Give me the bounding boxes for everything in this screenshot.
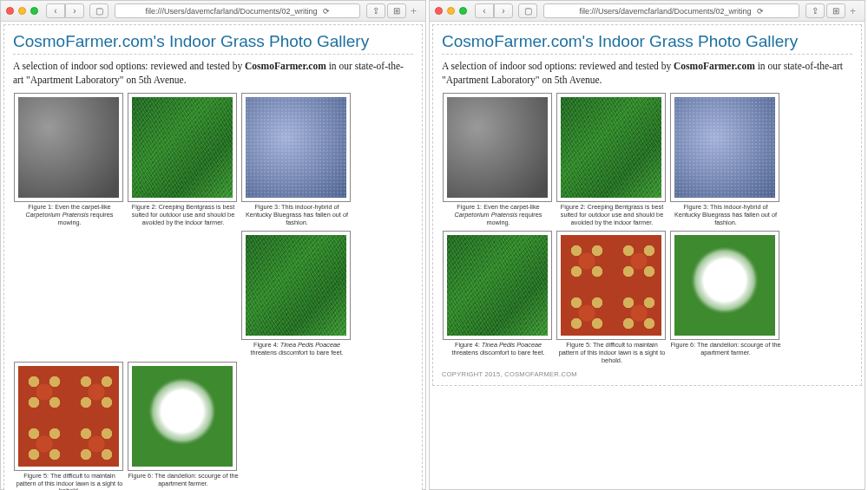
image [132,97,233,198]
image [132,366,233,467]
figure-1: Figure 1: Even the carpet-like Carpetori… [14,93,125,226]
thumbnail[interactable] [241,231,351,340]
image [447,97,548,198]
copyright: COPYRIGHT 2015, COSMOFARMER.COM [442,370,852,378]
titlebar: ‹ › ▢ file:///Users/davemcfarland/Docume… [1,1,425,22]
share-button[interactable]: ⇪ [366,3,385,18]
address-bar[interactable]: file:///Users/davemcfarland/Documents/02… [115,3,360,18]
sidebar-button[interactable]: ▢ [518,3,537,18]
intro-strong: CosmoFarmer.com [245,61,326,71]
intro-strong: CosmoFarmer.com [674,61,755,71]
image [674,235,775,336]
image [447,235,548,336]
caption: Figure 6: The dandelion: scourge of the … [670,342,781,357]
figure-4: Figure 4: Tinea Pedis Poaceae threatens … [241,231,352,357]
thumbnail[interactable] [128,93,237,202]
caption: Figure 4: Tinea Pedis Poaceae threatens … [443,342,554,357]
thumbnail[interactable] [670,231,779,340]
figure-2: Figure 2: Creeping Bentgrass is best sui… [556,93,667,226]
sidebar-button[interactable]: ▢ [89,3,108,18]
image [18,97,119,198]
intro-text: A selection of indoor sod options: revie… [442,60,852,87]
thumbnail[interactable] [443,231,552,340]
intro-text: A selection of indoor sod options: revie… [13,60,413,87]
back-button[interactable]: ‹ [475,3,494,18]
thumbnail[interactable] [556,93,666,202]
image [18,366,119,467]
caption: Figure 1: Even the carpet-like Carpetori… [14,204,125,226]
url-text: file:///Users/davemcfarland/Documents/02… [145,7,317,16]
caption: Figure 1: Even the carpet-like Carpetori… [443,204,554,226]
image [561,235,661,336]
thumbnail[interactable] [128,362,237,471]
nav-buttons: ‹ › [45,3,85,18]
maximize-icon[interactable] [459,7,467,15]
page-content: CosmoFarmer.com's Indoor Grass Photo Gal… [432,24,862,386]
image [246,97,346,198]
new-tab-button[interactable]: + [846,5,859,17]
caption: Figure 5: The difficult to maintain patt… [556,342,667,364]
forward-button[interactable]: › [494,3,513,18]
caption: Figure 2: Creeping Bentgrass is best sui… [556,204,667,226]
intro-pre: A selection of indoor sod options: revie… [13,61,245,71]
maximize-icon[interactable] [30,7,38,15]
figure-3: Figure 3: This indoor-hybrid of Kentucky… [670,93,781,226]
page-content: CosmoFarmer.com's Indoor Grass Photo Gal… [3,24,423,490]
reload-icon[interactable]: ⟳ [323,7,330,16]
address-bar[interactable]: file:///Users/davemcfarland/Documents/02… [543,3,799,18]
window-controls [435,7,467,15]
image [561,97,661,198]
gallery-right: Figure 1: Even the carpet-like Carpetori… [442,92,852,369]
minimize-icon[interactable] [18,7,26,15]
image [674,97,775,198]
thumbnail[interactable] [670,93,779,202]
caption: Figure 3: This indoor-hybrid of Kentucky… [670,204,781,226]
thumbnail[interactable] [241,93,351,202]
intro-pre: A selection of indoor sod options: revie… [442,61,674,71]
window-controls [6,7,38,15]
figure-3: Figure 3: This indoor-hybrid of Kentucky… [241,93,352,226]
nav-buttons: ‹ › [474,3,514,18]
page-title: CosmoFarmer.com's Indoor Grass Photo Gal… [442,32,852,55]
caption: Figure 3: This indoor-hybrid of Kentucky… [241,204,352,226]
caption: Figure 6: The dandelion: scourge of the … [128,473,239,488]
figure-6: Figure 6: The dandelion: scourge of the … [128,362,239,488]
close-icon[interactable] [435,7,443,15]
forward-button[interactable]: › [65,3,84,18]
browser-window-right: ‹ › ▢ file:///Users/davemcfarland/Docume… [429,0,865,490]
thumbnail[interactable] [14,362,123,471]
gallery-left: Figure 1: Even the carpet-like Carpetori… [13,92,413,490]
page-title: CosmoFarmer.com's Indoor Grass Photo Gal… [13,32,413,55]
caption: Figure 2: Creeping Bentgrass is best sui… [128,204,239,226]
image [246,235,346,336]
url-text: file:///Users/davemcfarland/Documents/02… [579,7,751,16]
thumbnail[interactable] [443,93,552,202]
minimize-icon[interactable] [447,7,455,15]
back-button[interactable]: ‹ [46,3,65,18]
tabs-button[interactable]: ⊞ [826,3,845,18]
new-tab-button[interactable]: + [407,5,420,17]
browser-window-left: ‹ › ▢ file:///Users/davemcfarland/Docume… [0,0,426,490]
close-icon[interactable] [6,7,14,15]
share-button[interactable]: ⇪ [806,3,825,18]
titlebar: ‹ › ▢ file:///Users/davemcfarland/Docume… [430,1,865,22]
figure-2: Figure 2: Creeping Bentgrass is best sui… [128,93,239,226]
figure-4: Figure 4: Tinea Pedis Poaceae threatens … [443,231,554,357]
tabs-button[interactable]: ⊞ [387,3,406,18]
caption: Figure 5: The difficult to maintain patt… [14,473,125,490]
thumbnail[interactable] [556,231,666,340]
figure-6: Figure 6: The dandelion: scourge of the … [670,231,781,357]
caption: Figure 4: Tinea Pedis Poaceae threatens … [241,342,352,357]
figure-1: Figure 1: Even the carpet-like Carpetori… [443,93,554,226]
figure-5: Figure 5: The difficult to maintain patt… [556,231,667,364]
reload-icon[interactable]: ⟳ [757,7,764,16]
thumbnail[interactable] [14,93,123,202]
figure-5: Figure 5: The difficult to maintain patt… [14,362,125,490]
